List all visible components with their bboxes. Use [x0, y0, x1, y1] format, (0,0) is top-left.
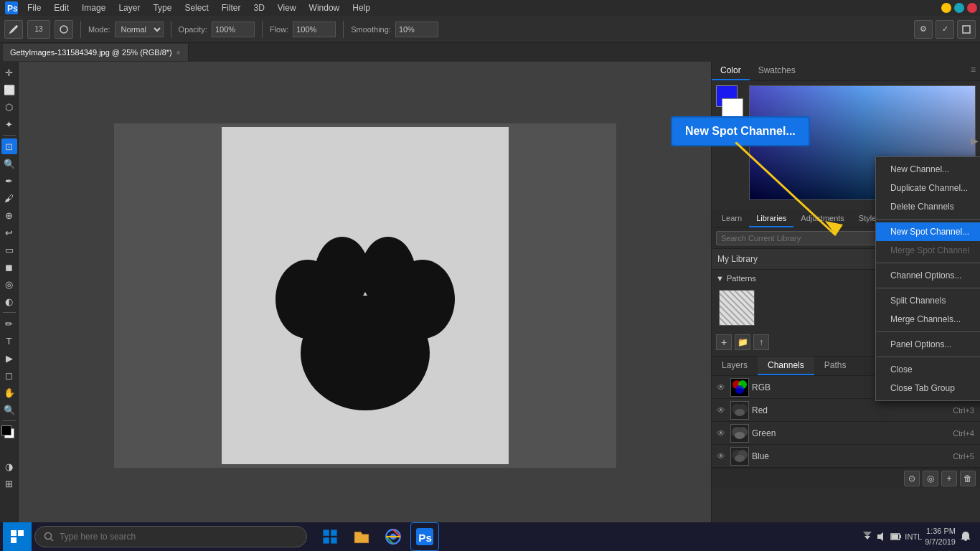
taskbar-search-bar[interactable] — [34, 526, 307, 547]
canvas-area[interactable] — [19, 62, 711, 529]
spot-heal-tool[interactable]: ✒ — [1, 173, 17, 189]
photoshop-btn[interactable]: Ps — [410, 522, 439, 551]
text-tool[interactable]: T — [1, 333, 17, 349]
channels-tab[interactable]: Channels — [758, 357, 814, 375]
menu-type[interactable]: Type — [147, 1, 177, 14]
options-toolbar: 13 Mode: Normal Multiply Screen Opacity:… — [0, 16, 980, 43]
delete-channel-btn[interactable]: 🗑 — [960, 471, 976, 486]
minimize-btn[interactable] — [941, 3, 951, 13]
settings-btn[interactable]: ⚙ — [914, 20, 933, 39]
ctx-close[interactable]: Close — [876, 360, 980, 379]
pen-tool[interactable]: ✏ — [1, 316, 17, 331]
crop-tool[interactable]: ⊡ — [1, 138, 17, 154]
ctx-channel-options[interactable]: Channel Options... — [876, 266, 980, 285]
maximize-btn[interactable] — [954, 3, 964, 13]
channel-row-red[interactable]: 👁 Red Ctrl+3 — [712, 399, 980, 422]
marquee-tool[interactable]: ⬜ — [1, 82, 17, 98]
brush-tool-btn[interactable] — [4, 20, 23, 39]
taskview-btn[interactable] — [316, 522, 344, 551]
paths-tab[interactable]: Paths — [814, 357, 857, 375]
menu-window[interactable]: Window — [303, 1, 346, 14]
screen-mode[interactable]: ⊞ — [1, 476, 17, 491]
lasso-tool[interactable]: ⬡ — [1, 99, 17, 115]
taskbar: Ps INTL 1:36 PM 9/7/2019 — [0, 522, 980, 551]
brush-tool[interactable]: 🖌 — [1, 190, 17, 206]
blur-tool[interactable]: ◎ — [1, 276, 17, 292]
menu-select[interactable]: Select — [179, 1, 214, 14]
swatches-tab[interactable]: Swatches — [750, 62, 804, 80]
eye-icon-blue[interactable]: 👁 — [715, 450, 727, 463]
magic-wand-tool[interactable]: ✦ — [1, 116, 17, 132]
notification-btn[interactable] — [958, 522, 973, 551]
pattern-item[interactable] — [719, 290, 755, 326]
mask-btn[interactable] — [957, 20, 976, 39]
color-tab[interactable]: Color — [712, 62, 750, 80]
layers-tab[interactable]: Layers — [712, 357, 758, 375]
opacity-input[interactable] — [212, 22, 255, 37]
menu-layer[interactable]: Layer — [113, 1, 146, 14]
channel-name-red: Red — [752, 405, 950, 415]
app-logo[interactable]: Ps — [3, 0, 20, 16]
menu-view[interactable]: View — [272, 1, 302, 14]
move-tool[interactable]: ✛ — [1, 65, 17, 80]
ctx-merge-channels[interactable]: Merge Channels... — [876, 310, 980, 329]
paw-image — [250, 166, 480, 425]
smoothing-input[interactable] — [395, 22, 438, 37]
eraser-tool[interactable]: ▭ — [1, 242, 17, 258]
path-select[interactable]: ▶ — [1, 350, 17, 366]
svg-rect-33 — [900, 535, 901, 538]
file-explorer-btn[interactable] — [347, 522, 376, 551]
document-tab[interactable]: GettyImages-131584349.jpg @ 25% (RGB/8*)… — [3, 44, 189, 61]
folder-btn[interactable]: 📁 — [735, 334, 750, 350]
brush-size-picker[interactable]: 13 — [27, 20, 50, 39]
zoom-tool[interactable]: 🔍 — [1, 402, 17, 418]
gradient-tool[interactable]: ◼ — [1, 259, 17, 275]
ctx-split-channels[interactable]: Split Channels — [876, 291, 980, 310]
menu-3d[interactable]: 3D — [248, 1, 270, 14]
patterns-triangle: ▼ — [716, 274, 724, 283]
channel-row-blue[interactable]: 👁 Blue Ctrl+5 — [712, 445, 980, 468]
menu-image[interactable]: Image — [76, 1, 111, 14]
new-channel-btn[interactable]: + — [941, 471, 957, 486]
eye-icon-green[interactable]: 👁 — [715, 427, 727, 440]
add-item-btn[interactable]: + — [716, 334, 732, 350]
shape-tool[interactable]: ◻ — [1, 367, 17, 383]
dodge-tool[interactable]: ◐ — [1, 293, 17, 309]
eye-icon-red[interactable]: 👁 — [715, 404, 727, 417]
brush-shape[interactable] — [55, 20, 73, 39]
svg-text:Ps: Ps — [418, 532, 432, 544]
channel-mask-btn[interactable]: ◎ — [923, 471, 938, 486]
tab-close-btn[interactable]: × — [176, 49, 181, 57]
extra-btn[interactable]: ✓ — [936, 20, 954, 39]
color-swatches[interactable] — [1, 425, 17, 441]
mode-select[interactable]: Normal Multiply Screen — [115, 22, 164, 37]
svg-text:Ps: Ps — [7, 4, 18, 14]
flow-input[interactable] — [293, 22, 336, 37]
clone-stamp[interactable]: ⊕ — [1, 207, 17, 223]
ctx-close-tab-group[interactable]: Close Tab Group — [876, 379, 980, 397]
menu-filter[interactable]: Filter — [216, 1, 247, 14]
eye-icon-rgb[interactable]: 👁 — [715, 381, 727, 394]
channel-row-green[interactable]: 👁 Green Ctrl+4 — [712, 422, 980, 445]
start-button[interactable] — [3, 522, 32, 551]
ctx-panel-options[interactable]: Panel Options... — [876, 335, 980, 354]
menu-file[interactable]: File — [22, 1, 47, 14]
ctx-new-channel[interactable]: New Channel... — [876, 160, 980, 179]
taskbar-search-input[interactable] — [60, 532, 298, 542]
color-panel-tabs: Color Swatches ≡ — [712, 62, 980, 81]
ctx-new-spot-channel[interactable]: New Spot Channel... — [876, 222, 980, 241]
eyedropper-tool[interactable]: 🔍 — [1, 156, 17, 171]
color-expand-arrow[interactable]: ▶ — [971, 135, 979, 146]
chrome-btn[interactable] — [379, 522, 407, 551]
upload-btn[interactable]: ↑ — [753, 334, 769, 350]
menu-edit[interactable]: Edit — [48, 1, 75, 14]
color-panel-menu[interactable]: ≡ — [966, 62, 980, 80]
quick-mask[interactable]: ◑ — [1, 458, 17, 474]
menu-help[interactable]: Help — [347, 1, 376, 14]
ctx-delete-channels[interactable]: Delete Channels — [876, 197, 980, 216]
history-brush[interactable]: ↩ — [1, 225, 17, 240]
close-btn[interactable] — [967, 3, 977, 13]
ctx-duplicate-channel[interactable]: Duplicate Channel... — [876, 179, 980, 197]
load-channel-btn[interactable]: ⊙ — [904, 471, 920, 486]
hand-tool[interactable]: ✋ — [1, 385, 17, 400]
